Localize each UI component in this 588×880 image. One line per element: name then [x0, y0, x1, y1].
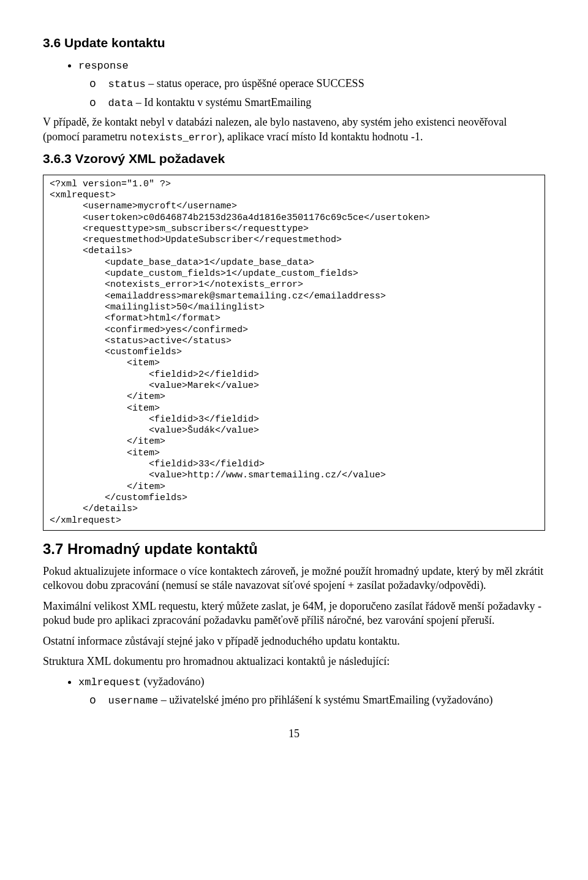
response-item: response status – status operace, pro ús… — [78, 58, 545, 110]
paragraph-37-1: Pokud aktualizujete informace o více kon… — [43, 564, 545, 593]
status-text: – status operace, pro úspěšné operace SU… — [146, 77, 364, 89]
response-label: response — [78, 60, 129, 72]
paragraph-37-4: Struktura XML dokumentu pro hromadnou ak… — [43, 654, 545, 669]
xmlrequest-sublist: username – uživatelské jméno pro přihláš… — [78, 693, 545, 708]
data-code: data — [108, 97, 134, 109]
para-text-after: ), aplikace vrací místo Id kontaktu hodn… — [218, 131, 423, 143]
xmlrequest-item: xmlrequest (vyžadováno) username – uživa… — [78, 675, 545, 708]
paragraph-36: V případě, že kontakt nebyl v databázi n… — [43, 115, 545, 144]
data-text: – Id kontaktu v systému SmartEmailing — [133, 96, 311, 108]
paragraph-37-3: Ostatní informace zůstávají stejné jako … — [43, 634, 545, 648]
paragraph-37-2: Maximální velikost XML requestu, který m… — [43, 599, 545, 628]
username-text: – uživatelské jméno pro přihlášení k sys… — [158, 694, 492, 706]
username-code: username — [108, 695, 159, 707]
data-item: data – Id kontaktu v systému SmartEmaili… — [105, 96, 545, 110]
response-sublist: status – status operace, pro úspěšné ope… — [78, 77, 545, 110]
status-item: status – status operace, pro úspěšné ope… — [105, 77, 545, 91]
heading-3-6: 3.6 Update kontaktu — [43, 34, 545, 51]
xmlrequest-list: xmlrequest (vyžadováno) username – uživa… — [43, 675, 545, 708]
xmlrequest-code: xmlrequest — [78, 677, 141, 688]
heading-3-7: 3.7 Hromadný update kontaktů — [43, 539, 545, 558]
heading-3-6-3: 3.6.3 Vzorový XML požadavek — [43, 150, 545, 167]
response-list: response status – status operace, pro ús… — [43, 58, 545, 110]
xmlrequest-text: (vyžadováno) — [141, 675, 204, 688]
username-item: username – uživatelské jméno pro přihláš… — [105, 693, 545, 708]
xml-code-block: <?xml version="1.0" ?> <xmlrequest> <use… — [43, 175, 545, 531]
para-code: notexists_error — [130, 132, 218, 143]
page-number: 15 — [43, 727, 545, 741]
status-code: status — [108, 78, 146, 90]
